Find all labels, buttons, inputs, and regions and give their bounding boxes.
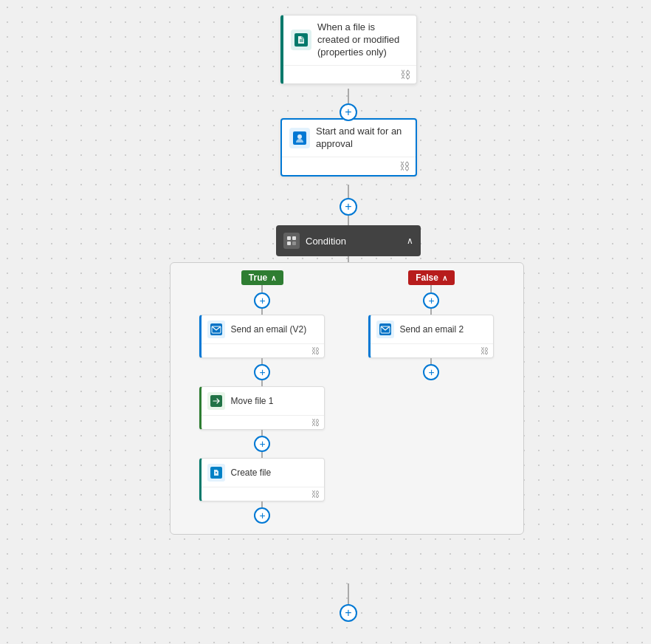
send-email-v2-link-icon: ⛓ (311, 346, 320, 355)
add-false-step-btn-1[interactable]: + (423, 292, 439, 309)
svg-point-14 (297, 134, 302, 139)
add-true-step-btn-2[interactable]: + (254, 364, 270, 380)
add-false-step-btn-2[interactable]: + (423, 364, 439, 380)
condition-icon (283, 233, 300, 249)
svg-rect-17 (287, 242, 291, 245)
trigger-icon (291, 30, 311, 50)
move-file-link-icon: ⛓ (311, 418, 320, 427)
true-branch-col: True ∧ + (182, 270, 344, 524)
condition-title: Condition (306, 236, 401, 247)
approval-icon (289, 128, 310, 148)
send-email-v2-card[interactable]: Send an email (V2) ⛓ (199, 315, 325, 358)
false-branch-col: False ∧ + (351, 270, 513, 524)
svg-rect-16 (292, 236, 296, 240)
true-branch-label[interactable]: True ∧ (241, 270, 283, 285)
add-true-step-btn-3[interactable]: + (254, 436, 270, 452)
send-email-2-card[interactable]: Send an email 2 ⛓ (368, 315, 494, 358)
create-file-title: Create file (230, 467, 271, 478)
send-email-2-icon (376, 321, 394, 338)
approval-title: Start and wait for an approval (316, 126, 408, 151)
trigger-title: When a file is created or modified (prop… (317, 21, 409, 59)
send-email-2-link-icon: ⛓ (480, 346, 489, 355)
send-email-2-title: Send an email 2 (399, 324, 464, 335)
condition-chevron-icon: ∧ (407, 236, 413, 246)
approval-card[interactable]: Start and wait for an approval ⛓ (280, 118, 417, 177)
add-step-btn-bottom[interactable]: + (340, 604, 357, 622)
svg-rect-15 (287, 236, 291, 240)
add-step-btn-1[interactable]: + (340, 103, 357, 121)
add-true-step-btn-4[interactable]: + (254, 507, 270, 524)
false-branch-label[interactable]: False ∧ (408, 270, 455, 285)
move-file-title: Move file 1 (230, 396, 273, 406)
trigger-card[interactable]: When a file is created or modified (prop… (280, 15, 417, 84)
send-email-v2-icon (207, 321, 225, 338)
create-file-icon (207, 464, 225, 482)
trigger-link-icon: ⛓ (400, 69, 410, 80)
move-file-icon (207, 392, 225, 410)
create-file-card[interactable]: Create file ⛓ (199, 458, 325, 501)
svg-rect-18 (292, 242, 296, 245)
condition-container: True ∧ + (170, 262, 524, 535)
add-step-btn-2[interactable]: + (340, 198, 357, 216)
add-true-step-btn-1[interactable]: + (254, 292, 270, 309)
condition-card[interactable]: Condition ∧ (276, 225, 421, 256)
approval-link-icon: ⛓ (399, 160, 410, 172)
send-email-v2-title: Send an email (V2) (230, 324, 306, 335)
create-file-link-icon: ⛓ (311, 490, 320, 499)
move-file-card[interactable]: Move file 1 ⛓ (199, 386, 325, 430)
